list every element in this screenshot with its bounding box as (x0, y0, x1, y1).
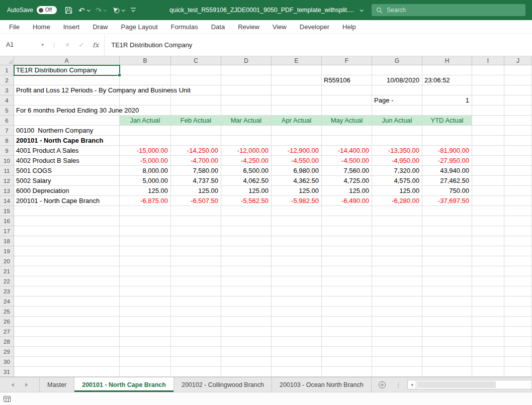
cell-E2[interactable] (272, 75, 322, 85)
cell-E29[interactable] (272, 347, 322, 357)
cell-H2[interactable]: 23:06:52 (422, 75, 472, 85)
cell-B16[interactable] (120, 216, 171, 226)
cell-I22[interactable] (472, 276, 504, 286)
cell-F2[interactable]: R559106 (322, 75, 372, 85)
cell-E17[interactable] (272, 226, 322, 236)
cell-G16[interactable] (372, 216, 422, 226)
cell-J8[interactable] (504, 136, 532, 146)
cell-B30[interactable] (120, 357, 171, 367)
cell-D17[interactable] (221, 226, 272, 236)
cell-G25[interactable] (372, 307, 422, 317)
chevron-down-icon[interactable]: ▾ (41, 42, 44, 47)
cell-I17[interactable] (472, 226, 504, 236)
menu-tab-developer[interactable]: Developer (293, 20, 336, 33)
cell-B27[interactable] (120, 327, 171, 337)
cell-A5[interactable]: For 6 months Period Ending 30 June 2020 (14, 106, 120, 116)
cell-A3[interactable]: Profit and Loss 12 Periods - By Company … (14, 85, 120, 95)
cell-C13[interactable]: 125.00 (171, 186, 221, 196)
cell-J11[interactable] (504, 166, 532, 176)
cell-A13[interactable]: 6000 Depreciation (14, 186, 120, 196)
cell-J22[interactable] (504, 276, 532, 286)
cell-C22[interactable] (171, 276, 221, 286)
cell-B21[interactable] (120, 266, 171, 276)
row-header-6[interactable]: 6 (0, 116, 14, 126)
cell-D28[interactable] (221, 337, 272, 347)
cell-D5[interactable] (221, 106, 272, 116)
cell-D22[interactable] (221, 276, 272, 286)
cell-E26[interactable] (272, 317, 322, 327)
cell-I13[interactable] (472, 186, 504, 196)
cell-C12[interactable]: 4,737.50 (171, 176, 221, 186)
row-header-7[interactable]: 7 (0, 126, 14, 136)
cell-I29[interactable] (472, 347, 504, 357)
redo-button[interactable]: ↷ (93, 3, 110, 17)
cell-H20[interactable] (422, 256, 472, 266)
cell-A6[interactable] (14, 116, 120, 126)
cell-E10[interactable]: -4,550.00 (272, 156, 322, 166)
cell-C18[interactable] (171, 236, 221, 246)
new-sheet-button[interactable] (372, 377, 393, 392)
cell-D12[interactable]: 4,062.50 (221, 176, 272, 186)
cell-D20[interactable] (221, 256, 272, 266)
row-header-1[interactable]: 1 (0, 65, 14, 75)
cell-J17[interactable] (504, 226, 532, 236)
row-header-17[interactable]: 17 (0, 226, 14, 236)
cell-J6[interactable] (504, 116, 532, 126)
column-header-J[interactable]: J (504, 56, 532, 65)
cell-A4[interactable] (14, 95, 120, 106)
column-header-C[interactable]: C (171, 56, 221, 65)
cell-F10[interactable]: -4,500.00 (322, 156, 372, 166)
cell-C11[interactable]: 7,580.00 (171, 166, 221, 176)
cell-J15[interactable] (504, 206, 532, 216)
cell-I25[interactable] (472, 307, 504, 317)
cell-G23[interactable] (372, 286, 422, 296)
cell-B15[interactable] (120, 206, 171, 216)
cell-A27[interactable] (14, 327, 120, 337)
cell-B19[interactable] (120, 246, 171, 256)
cell-C15[interactable] (171, 206, 221, 216)
cell-F17[interactable] (322, 226, 372, 236)
cell-D7[interactable] (221, 126, 272, 136)
cell-A7[interactable]: 00100 Northern Company (14, 126, 120, 136)
row-header-27[interactable]: 27 (0, 327, 14, 337)
cell-H26[interactable] (422, 317, 472, 327)
cell-F23[interactable] (322, 286, 372, 296)
cell-H8[interactable] (422, 136, 472, 146)
cell-G4[interactable]: Page - (372, 95, 422, 106)
cell-F7[interactable] (322, 126, 372, 136)
row-header-15[interactable]: 15 (0, 206, 14, 216)
row-header-8[interactable]: 8 (0, 136, 14, 146)
cell-H14[interactable]: -37,697.50 (422, 196, 472, 206)
cell-G6[interactable]: Jun Actual (372, 116, 422, 126)
autosave-toggle[interactable]: Off (37, 6, 57, 14)
cell-E24[interactable] (272, 296, 322, 307)
document-title[interactable]: quick_test_R559106_ZJDE0001_9050_PDF_tem… (169, 7, 363, 14)
sheet-nav-left-icon[interactable] (11, 383, 14, 387)
cell-E1[interactable] (272, 65, 322, 75)
cell-E5[interactable] (272, 106, 322, 116)
sheet-tab-master[interactable]: Master (39, 377, 74, 392)
cell-D14[interactable]: -5,562.50 (221, 196, 272, 206)
cell-C14[interactable]: -6,507.50 (171, 196, 221, 206)
cell-J29[interactable] (504, 347, 532, 357)
cell-G1[interactable] (372, 65, 422, 75)
cell-G13[interactable]: 125.00 (372, 186, 422, 196)
cell-B29[interactable] (120, 347, 171, 357)
cell-H11[interactable]: 43,940.00 (422, 166, 472, 176)
cell-F15[interactable] (322, 206, 372, 216)
cell-A31[interactable] (14, 367, 120, 377)
cell-G5[interactable] (372, 106, 422, 116)
cell-D2[interactable] (221, 75, 272, 85)
cell-B11[interactable]: 8,000.00 (120, 166, 171, 176)
cell-G19[interactable] (372, 246, 422, 256)
insert-function-button[interactable]: fx (88, 41, 104, 49)
cell-B25[interactable] (120, 307, 171, 317)
cell-H19[interactable] (422, 246, 472, 256)
cell-J25[interactable] (504, 307, 532, 317)
cell-D24[interactable] (221, 296, 272, 307)
cell-G31[interactable] (372, 367, 422, 377)
save-button[interactable] (62, 3, 75, 17)
cell-A12[interactable]: 5002 Salary (14, 176, 120, 186)
cell-G29[interactable] (372, 347, 422, 357)
menu-tab-insert[interactable]: Insert (57, 20, 86, 33)
